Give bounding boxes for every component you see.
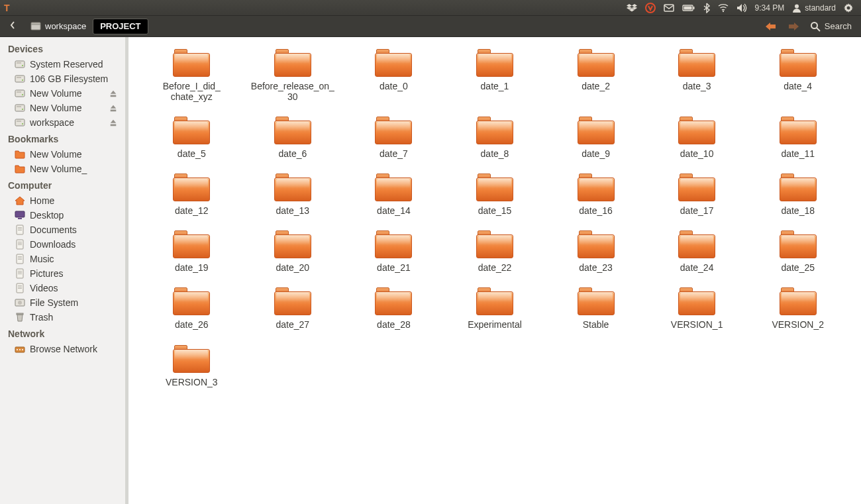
sidebar-item[interactable]: New Volume_ bbox=[0, 162, 125, 176]
sidebar-item-label: Documents bbox=[30, 225, 77, 235]
folder-icon bbox=[15, 149, 25, 160]
bluetooth-icon[interactable] bbox=[699, 3, 714, 13]
folder-item[interactable]: date_10 bbox=[650, 117, 744, 159]
folder-label: date_12 bbox=[175, 205, 209, 216]
folder-icon bbox=[173, 287, 210, 315]
folder-item[interactable]: Before_I_did_chate_xyz bbox=[144, 49, 239, 102]
sidebar-item[interactable]: Downloads bbox=[0, 237, 125, 252]
sidebar-item[interactable]: New Volume bbox=[0, 147, 125, 162]
doc-icon bbox=[15, 254, 25, 264]
sidebar-item[interactable]: Desktop bbox=[0, 208, 125, 223]
sound-icon[interactable] bbox=[733, 3, 751, 13]
sidebar-item[interactable]: New Volume bbox=[0, 101, 125, 115]
panel-time-text: 9:34 PM bbox=[755, 3, 785, 13]
folder-item[interactable]: VERSION_3 bbox=[144, 345, 239, 387]
folder-item[interactable]: date_3 bbox=[650, 49, 744, 102]
vivaldi-icon[interactable] bbox=[641, 3, 660, 13]
sidebar-item[interactable]: Music bbox=[0, 252, 125, 266]
folder-item[interactable]: date_5 bbox=[144, 117, 239, 159]
wifi-icon[interactable] bbox=[714, 3, 733, 13]
dropbox-icon[interactable] bbox=[623, 3, 641, 13]
folder-item[interactable]: date_18 bbox=[750, 174, 845, 216]
sidebar-item-label: New Volume_ bbox=[30, 164, 87, 174]
sidebar-item[interactable]: Videos bbox=[0, 281, 125, 295]
folder-item[interactable]: date_26 bbox=[144, 287, 239, 330]
sidebar-item[interactable]: Browse Network bbox=[0, 342, 125, 356]
path-history-back-icon[interactable] bbox=[7, 20, 19, 32]
folder-item[interactable]: date_21 bbox=[346, 230, 441, 273]
svg-rect-8 bbox=[31, 23, 40, 25]
sidebar-item[interactable]: workspace bbox=[0, 115, 125, 130]
folder-item[interactable]: date_13 bbox=[246, 174, 340, 216]
folder-icon bbox=[678, 49, 715, 77]
folder-item[interactable]: date_9 bbox=[548, 117, 643, 159]
folder-item[interactable]: date_16 bbox=[548, 174, 643, 216]
folder-item[interactable]: date_0 bbox=[346, 49, 441, 102]
toolbar-back-button[interactable] bbox=[762, 21, 780, 32]
folder-item[interactable]: date_24 bbox=[650, 230, 744, 273]
folder-item[interactable]: date_2 bbox=[548, 49, 643, 102]
folder-item[interactable]: VERSION_2 bbox=[750, 287, 845, 330]
folder-item[interactable]: date_1 bbox=[448, 49, 542, 102]
folder-item[interactable]: VERSION_1 bbox=[650, 287, 744, 330]
folder-item[interactable]: date_28 bbox=[346, 287, 441, 330]
eject-icon[interactable] bbox=[109, 103, 117, 113]
folder-label: date_21 bbox=[377, 262, 411, 273]
crumb-workspace-label: workspace bbox=[45, 21, 86, 31]
folder-item[interactable]: date_22 bbox=[448, 230, 542, 273]
folder-item[interactable]: date_12 bbox=[144, 174, 239, 216]
folder-item[interactable]: Experimental bbox=[448, 287, 542, 330]
sidebar-header: Bookmarks bbox=[0, 130, 125, 147]
crumb-project[interactable]: PROJECT bbox=[93, 19, 148, 34]
search-button[interactable]: Search bbox=[807, 21, 854, 32]
file-content-area[interactable]: Before_I_did_chate_xyzBefore_release_on_… bbox=[128, 37, 861, 504]
hdd-icon bbox=[15, 103, 25, 113]
folder-item[interactable]: date_11 bbox=[750, 117, 845, 159]
folder-item[interactable]: date_14 bbox=[346, 174, 441, 216]
folder-item[interactable]: date_15 bbox=[448, 174, 542, 216]
folder-label: date_23 bbox=[579, 262, 613, 273]
toolbar-forward-button[interactable] bbox=[785, 21, 802, 32]
hdd-icon bbox=[15, 88, 25, 99]
folder-item[interactable]: date_4 bbox=[750, 49, 845, 102]
crumb-workspace[interactable]: workspace bbox=[24, 19, 93, 34]
folder-item[interactable]: date_17 bbox=[650, 174, 744, 216]
folder-item[interactable]: Before_release_on_30 bbox=[246, 49, 340, 102]
panel-clock[interactable]: 9:34 PM bbox=[751, 3, 789, 13]
svg-point-6 bbox=[795, 4, 799, 8]
sidebar-item[interactable]: File System bbox=[0, 295, 125, 310]
mail-icon[interactable] bbox=[660, 4, 678, 12]
folder-item[interactable]: date_27 bbox=[246, 287, 340, 330]
folder-item[interactable]: date_7 bbox=[346, 117, 441, 159]
folder-label: date_14 bbox=[377, 205, 411, 216]
folder-icon bbox=[274, 174, 311, 201]
sidebar-item[interactable]: Trash bbox=[0, 310, 125, 325]
gear-icon[interactable] bbox=[840, 3, 857, 13]
folder-item[interactable]: date_6 bbox=[246, 117, 340, 159]
folder-label: date_5 bbox=[177, 148, 206, 159]
folder-item[interactable]: Stable bbox=[548, 287, 643, 330]
sidebar-item[interactable]: New Volume bbox=[0, 86, 125, 101]
sidebar-item[interactable]: System Reserved bbox=[0, 57, 125, 72]
battery-icon[interactable] bbox=[678, 4, 699, 12]
folder-label: date_3 bbox=[683, 81, 711, 91]
folder-item[interactable]: date_20 bbox=[246, 230, 340, 273]
net-icon bbox=[15, 344, 25, 354]
folder-icon bbox=[780, 230, 817, 258]
folder-icon bbox=[476, 49, 513, 77]
eject-icon[interactable] bbox=[109, 118, 117, 127]
sidebar-item[interactable]: Pictures bbox=[0, 266, 125, 281]
svg-rect-1 bbox=[664, 5, 674, 11]
sidebar-item-label: Home bbox=[30, 195, 54, 206]
folder-item[interactable]: date_25 bbox=[750, 230, 845, 273]
sidebar-item[interactable]: Home bbox=[0, 193, 125, 208]
sidebar-item[interactable]: 106 GB Filesystem bbox=[0, 72, 125, 86]
folder-label: Experimental bbox=[468, 319, 522, 330]
sidebar-item[interactable]: Documents bbox=[0, 223, 125, 237]
folder-item[interactable]: date_19 bbox=[144, 230, 239, 273]
folder-item[interactable]: date_23 bbox=[548, 230, 643, 273]
eject-icon[interactable] bbox=[109, 89, 117, 98]
user-menu[interactable]: standard bbox=[788, 3, 840, 13]
folder-item[interactable]: date_8 bbox=[448, 117, 542, 159]
sidebar-item-label: New Volume bbox=[30, 149, 82, 160]
